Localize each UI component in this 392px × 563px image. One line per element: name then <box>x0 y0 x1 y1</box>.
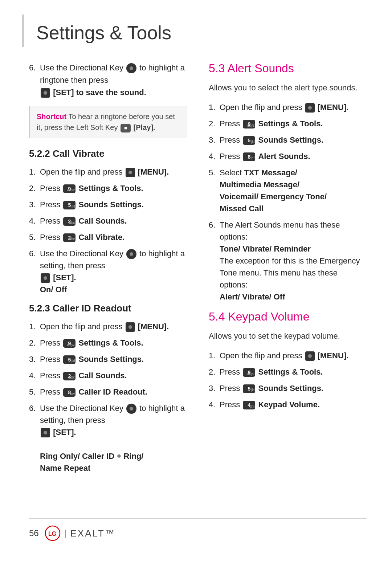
section-53-heading: 5.3 Alert Sounds <box>209 62 367 75</box>
badge-5: 5jkl <box>63 201 75 209</box>
svg-text:LG: LG <box>48 531 56 537</box>
list-item: 3. Press 5jkl Sounds Settings. <box>29 353 187 365</box>
list-item: 1. Open the flip and press [MENU]. <box>29 321 187 333</box>
badge-9: 9wxyz <box>243 120 255 128</box>
step6-ok-icon: [SET] to save the sound. <box>40 88 146 97</box>
list-item: 4. Press 2abc Call Sounds. <box>29 215 187 227</box>
shortcut-play: [Play]. <box>134 123 155 131</box>
accent-bar <box>22 15 24 47</box>
list-item: 5. Press 8tuv Caller ID Readout. <box>29 386 187 398</box>
list-item: 1. Open the flip and press [MENU]. <box>209 350 367 362</box>
section-523-heading: 5.2.3 Caller ID Readout <box>29 303 187 314</box>
shortcut-box: Shortcut To hear a ringtone before you s… <box>29 106 187 138</box>
badge-2b: 2abc <box>63 233 75 242</box>
page-container: Settings & Tools 6. Use the Directional … <box>0 0 392 563</box>
nav-key-icon <box>126 249 136 259</box>
shortcut-label: Shortcut <box>37 113 66 121</box>
badge-8: 8def <box>243 152 255 161</box>
badge-5: 5jkl <box>243 136 255 145</box>
list-item: 2. Press 9wxyz Settings & Tools. <box>209 366 367 378</box>
badge-4: 4ghi <box>243 401 255 409</box>
list-item: 5. Select TXT Message/Multimedia Message… <box>209 167 367 215</box>
badge-9: 9wxyz <box>63 184 75 193</box>
list-item: 6. Use the Directional Key to highlight … <box>29 248 187 295</box>
ok-key-icon <box>41 88 50 98</box>
left-soft-key-icon: ■ <box>121 124 131 132</box>
list-item: 5. Press 2abc Call Vibrate. <box>29 231 187 243</box>
list-item: 2. Press 9wxyz Settings & Tools. <box>209 118 367 130</box>
section-54-intro: Allows you to set the keypad volume. <box>209 330 367 342</box>
section-54-list: 1. Open the flip and press [MENU]. 2. Pr… <box>209 350 367 411</box>
section-54-heading: 5.4 Keypad Volume <box>209 310 367 323</box>
lg-logo-svg: LG <box>45 525 61 541</box>
section-53: 5.3 Alert Sounds Allows you to select th… <box>209 62 367 303</box>
list-item: 2. Press 9wxyz Settings & Tools. <box>29 337 187 349</box>
footer: 56 LG | EXALT™ <box>29 518 367 541</box>
section-53-intro: Allows you to select the alert type soun… <box>209 82 367 94</box>
ok-key-icon <box>126 322 135 332</box>
badge-5: 5jkl <box>243 384 255 393</box>
list-item: 1. Open the flip and press [MENU]. <box>29 166 187 178</box>
two-col-layout: 6. Use the Directional Key to highlight … <box>29 62 367 518</box>
list-item: 1. Open the flip and press [MENU]. <box>209 101 367 113</box>
list-item: 2. Press 9wxyz Settings & Tools. <box>29 182 187 194</box>
step6-num: 6. <box>29 62 36 74</box>
badge-8: 8tuv <box>63 388 75 397</box>
badge-5: 5jkl <box>63 355 75 364</box>
section-53-list: 1. Open the flip and press [MENU]. 2. Pr… <box>209 101 367 303</box>
right-column: 5.3 Alert Sounds Allows you to select th… <box>209 62 367 518</box>
step6-text: Use the Directional Key to highlight a r… <box>40 63 185 85</box>
list-item: 6. The Alert Sounds menu has these optio… <box>209 219 367 303</box>
section-523-list: 1. Open the flip and press [MENU]. 2. Pr… <box>29 321 187 474</box>
nav-key-icon <box>126 404 136 414</box>
ok-key-icon <box>41 428 50 437</box>
pipe-divider: | <box>64 528 67 539</box>
list-item: 4. Press 4ghi Keypad Volume. <box>209 399 367 411</box>
list-item: 4. Press 2abc Call Sounds. <box>29 370 187 382</box>
ok-key-icon <box>126 168 135 177</box>
list-item: 4. Press 8def Alert Sounds. <box>209 150 367 162</box>
step6-set-label: [SET] to save the sound. <box>53 88 146 97</box>
page-title: Settings & Tools <box>36 22 367 44</box>
section-522-heading: 5.2.2 Call Vibrate <box>29 148 187 159</box>
badge-2: 2abc <box>63 217 75 226</box>
list-item: 3. Press 5jkl Sounds Settings. <box>209 382 367 394</box>
lg-logo: LG <box>45 525 61 541</box>
section-522: 5.2.2 Call Vibrate 1. Open the flip and … <box>29 148 187 295</box>
logo-area: LG | EXALT™ <box>45 525 115 541</box>
ok-key-icon <box>305 351 315 361</box>
ok-key-icon <box>41 273 50 283</box>
list-item: 3. Press 5jkl Sounds Settings. <box>209 134 367 146</box>
badge-2: 2abc <box>63 372 75 380</box>
section-522-list: 1. Open the flip and press [MENU]. 2. Pr… <box>29 166 187 295</box>
section-54: 5.4 Keypad Volume Allows you to set the … <box>209 310 367 411</box>
left-column: 6. Use the Directional Key to highlight … <box>29 62 187 518</box>
step6-intro-section: 6. Use the Directional Key to highlight … <box>29 62 187 99</box>
brand-name: EXALT™ <box>70 528 115 539</box>
ok-key-icon <box>305 103 315 113</box>
badge-9: 9wxyz <box>243 368 255 377</box>
section-523: 5.2.3 Caller ID Readout 1. Open the flip… <box>29 303 187 474</box>
list-item: 6. Use the Directional Key to highlight … <box>29 402 187 474</box>
page-number: 56 <box>29 528 39 538</box>
list-item: 3. Press 5jkl Sounds Settings. <box>29 199 187 211</box>
badge-9: 9wxyz <box>63 339 75 348</box>
nav-key-icon <box>126 63 136 73</box>
